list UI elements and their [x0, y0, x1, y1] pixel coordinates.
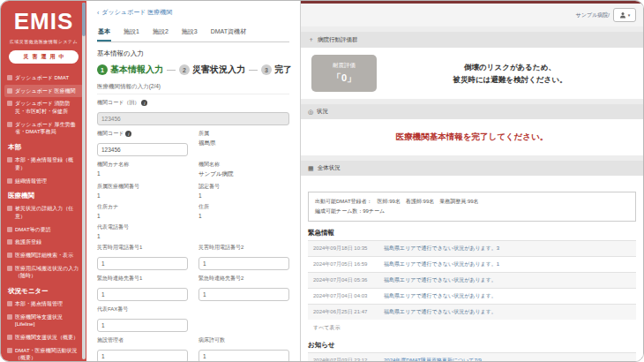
- tab-dmat-equipment[interactable]: DMAT資機材: [210, 25, 247, 41]
- status-icon: ◎: [308, 109, 313, 116]
- breadcrumb[interactable]: ‹ ダッシュボード 医療機関: [97, 8, 289, 17]
- tab-bar: 基本 施設1 施設2 施設3 DMAT資機材: [97, 25, 289, 42]
- info-icon[interactable]: i: [141, 100, 147, 106]
- sidebar-item-label: ダッシュボード 厚生労働省・DMAT事務局: [15, 121, 80, 136]
- step-label: 基本情報入力: [110, 64, 163, 76]
- medical-cross-icon: ＋: [308, 35, 314, 44]
- med-org-no-label: 所属医療機関番号: [97, 183, 188, 191]
- affiliation-value: 福島県: [198, 140, 289, 147]
- tab-basic[interactable]: 基本: [97, 25, 111, 41]
- status-alert-message: 医療機関基本情報を完了してください。: [301, 119, 643, 155]
- addr-kana-value: 1: [97, 213, 188, 219]
- main-form-panel: ‹ ダッシュボード 医療機関 基本 施設1 施設2 施設3 DMAT資機材 基本…: [86, 1, 301, 361]
- overall-section-title: 全体状況: [318, 164, 341, 172]
- menu-icon: [7, 348, 12, 353]
- sidebar-item-label: ダッシュボード 消防防災・市区町村・保健所: [15, 100, 80, 115]
- sidebar-scrollbar-thumb[interactable]: [82, 3, 86, 36]
- manager-field[interactable]: [97, 350, 188, 361]
- sidebar-item-hq-registration[interactable]: 本部・拠点情報登録（概要）: [4, 154, 83, 174]
- emergency-row[interactable]: 2024年07月04日 04:03 福島県エリアで通行できない状況があります。: [308, 288, 636, 304]
- disaster-mode-badge: 災害運用中: [9, 50, 79, 64]
- sidebar-item-label: 救護所登録: [15, 238, 41, 246]
- addr-kana-label: 住所カナ: [97, 203, 188, 211]
- org-code-label: 機関コード i: [97, 130, 188, 138]
- emergency-tel2-label: 緊急時連絡先番号2: [198, 275, 289, 283]
- org-code-old-label: 機関コード（旧） i: [97, 99, 289, 107]
- dmat-summary-box: 出動可能DMAT登録者： 医師:99名 看護師:99名 業務調整員:99名 編成…: [308, 192, 636, 222]
- user-bar: サンプル病院/ ▾: [301, 4, 643, 26]
- seismic-rating-badge: 耐震評価 「0」: [311, 55, 377, 92]
- logged-in-facility[interactable]: サンプル病院/: [576, 11, 610, 19]
- name-label: 機関名称: [198, 161, 289, 169]
- dmat-teams: 編成可能チーム数：99チーム: [315, 207, 629, 216]
- sidebar-item-damage-detail[interactable]: 被災状況の詳細入力（任意）: [4, 202, 83, 222]
- sidebar-item-dashboard-dmat[interactable]: ダッシュボード DMAT: [4, 72, 83, 85]
- emergency-tel1-field[interactable]: [97, 288, 188, 301]
- step-basic-info: 1 基本情報入力: [97, 64, 163, 76]
- emergency-row[interactable]: 2024年07月05日 16:59 福島県エリアで通行できない状況があります。1: [308, 256, 636, 272]
- emergency-row[interactable]: 2024年07月04日 05:36 福島県エリアで通行できない状況があります。: [308, 272, 636, 288]
- row-text: 福島県エリアで通行できない状況があります。: [384, 308, 497, 316]
- sidebar-item-lifeline-status[interactable]: 医療機関等支援状況 [Lifeline]: [4, 311, 83, 331]
- beds-field[interactable]: [198, 350, 289, 361]
- disaster-tel1-field[interactable]: [97, 257, 188, 270]
- sidebar-item-dmat-activity[interactable]: DMAT・医療機関活動状況（概要）: [4, 344, 83, 361]
- status-section-header[interactable]: ◎ 状況: [301, 104, 643, 119]
- tab-facility-2[interactable]: 施設2: [152, 25, 169, 41]
- sidebar-item-support-status[interactable]: 医療機関支援状況（概要）: [4, 331, 83, 344]
- menu-icon: [7, 335, 12, 340]
- sidebar-item-dashboard-fire-municipal[interactable]: ダッシュボード 消防防災・市区町村・保健所: [4, 97, 83, 117]
- addr-value: 1: [198, 213, 289, 219]
- sidebar-scrollbar[interactable]: [82, 3, 86, 359]
- emergency-tel2-field[interactable]: [198, 288, 289, 301]
- sidebar-item-transport-input[interactable]: 医療用広域搬送状況の入力（随時）: [4, 262, 83, 283]
- sidebar-item-aid-station[interactable]: 救護所登録: [4, 236, 83, 249]
- user-icon: [619, 11, 626, 19]
- menu-icon: [7, 314, 12, 320]
- dashboard-icon: [7, 101, 12, 106]
- row-text: 福島県エリアで通行できない状況があります。: [384, 292, 497, 300]
- assessment-body: 耐震評価 「0」 倒壊のリスクがあるため、 被災時には避難を検討ください。: [301, 48, 643, 99]
- sidebar-item-dashboard-mhlw-dmat[interactable]: ダッシュボード 厚生労働省・DMAT事務局: [4, 118, 83, 139]
- sidebar: EMIS 広域災害救急医療情報システム 災害運用中 ダッシュボード DMAT ダ…: [1, 1, 86, 361]
- dashboard-panel: サンプル病院/ ▾ ＋ 病院行動評価群 耐震評価 「0」 倒壊のリスクがあるため…: [301, 1, 643, 361]
- row-text: 福島県エリアで通行できない状況があります。3: [384, 245, 499, 253]
- menu-icon: [7, 253, 12, 258]
- emergency-row[interactable]: 2024年06月25日 21:47 福島県エリアで通行できない状況があります。: [308, 304, 636, 320]
- sidebar-section-medical: 医療機関: [4, 187, 83, 202]
- disaster-tel2-field[interactable]: [198, 257, 289, 270]
- row-date: 2024年06月25日 21:47: [313, 308, 377, 316]
- sidebar-item-dashboard-medical[interactable]: ダッシュボード 医療機関: [4, 85, 83, 98]
- org-code-field[interactable]: [97, 143, 188, 156]
- sidebar-item-label: 本部・拠点情報登録（概要）: [15, 156, 80, 171]
- user-menu-button[interactable]: ▾: [613, 8, 636, 22]
- sidebar-item-hq-info-mgmt[interactable]: 本部・拠点情報管理: [4, 298, 83, 311]
- notice-link[interactable]: 2024年度DMAT隊員資格更新について7/9: [384, 357, 482, 361]
- assessment-section-header[interactable]: ＋ 病院行動評価群: [301, 32, 643, 48]
- menu-icon: [7, 157, 12, 162]
- menu-icon: [7, 239, 12, 245]
- fax-field[interactable]: [97, 319, 188, 332]
- row-date: 2024年09月18日 10:35: [313, 245, 377, 253]
- sidebar-item-med-search[interactable]: 医療機関詳細検索・表示: [4, 249, 83, 262]
- info-icon[interactable]: i: [125, 131, 131, 137]
- notice-row[interactable]: 2024年07月03日 23:12 2024年度DMAT隊員資格更新について7/…: [308, 352, 636, 361]
- sidebar-item-label: DMAT・医療機関活動状況（概要）: [15, 347, 80, 361]
- sidebar-item-org-info[interactable]: 組織情報管理: [4, 175, 83, 188]
- step-connector: [249, 70, 258, 71]
- sidebar-item-label: DMAT等の要請: [15, 226, 51, 234]
- emergency-row[interactable]: 2024年09月18日 10:35 福島県エリアで通行できない状況があります。3: [308, 240, 636, 256]
- kana-name-value: 1: [97, 170, 188, 177]
- overall-section-header[interactable]: ▦ 全体状況: [301, 161, 643, 176]
- assessment-message: 倒壊のリスクがあるため、 被災時には避難を検討ください。: [387, 61, 633, 87]
- sidebar-section-honbu: 本部: [4, 139, 83, 154]
- sidebar-item-dmat-request[interactable]: DMAT等の要請: [4, 223, 83, 237]
- stepper: 1 基本情報入力 2 災害状況入力 3 完了: [97, 64, 289, 76]
- badge-value: 「0」: [332, 72, 356, 85]
- step-number: 2: [179, 64, 190, 75]
- sidebar-item-label: 医療機関詳細検索・表示: [15, 252, 73, 260]
- show-all-link[interactable]: すべて表示: [308, 320, 636, 336]
- tab-facility-3[interactable]: 施設3: [181, 25, 198, 41]
- tab-facility-1[interactable]: 施設1: [123, 25, 140, 41]
- name-value: サンプル病院: [198, 170, 289, 178]
